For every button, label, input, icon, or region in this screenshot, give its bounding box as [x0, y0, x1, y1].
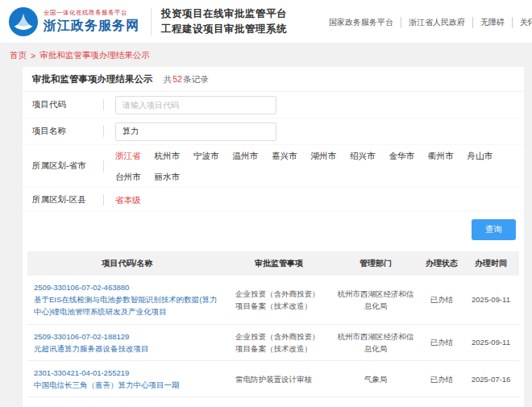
- table-header-row: 项目代码/名称 审批监管事项 管理部门 办理状态 办理时间: [27, 251, 519, 276]
- region-option-zhoushan[interactable]: 舟山市: [468, 145, 493, 166]
- region-option-jiaxing[interactable]: 嘉兴市: [272, 145, 297, 166]
- matter-cell: 企业投资（含外商投资）项目备案（技术改造）: [227, 324, 330, 360]
- site-logo-icon: [8, 6, 39, 37]
- site-logo[interactable]: 全国一体化在线政务服务平台 浙江政务服务网: [8, 6, 139, 37]
- breadcrumb-home[interactable]: 首页: [10, 50, 27, 61]
- header-links: 国家政务服务平台 浙江省人民政府 无障碍 关怀版: [322, 17, 532, 28]
- region-option-zhejiang[interactable]: 浙江省: [115, 145, 141, 166]
- project-name-link[interactable]: 中国电信长三角（嘉善）算力中心项目一期: [34, 379, 221, 391]
- form-row-region-county: 所属区划-区县 省本级: [23, 188, 524, 212]
- platform-title-line1: 投资项目在线审批监管平台: [161, 6, 287, 21]
- results-panel: 审批和监管事项办理结果公示 共52条记录 项目代码 项目名称 所属区划-省市 浙…: [23, 67, 524, 407]
- table-row: 2301-330421-04-01-255219 中国电信长三角（嘉善）算力中心…: [27, 360, 519, 397]
- region-option-quzhou[interactable]: 衢州市: [428, 145, 454, 166]
- region-option-wenzhou[interactable]: 温州市: [233, 145, 259, 166]
- header-divider: [151, 8, 152, 35]
- search-row: 查询: [23, 212, 524, 248]
- matter-cell: 雷电防护装置设计审核: [227, 360, 330, 397]
- breadcrumb-current: 审批和监管事项办理结果公示: [39, 50, 150, 61]
- region-option-jinhua[interactable]: 金华市: [389, 145, 415, 166]
- matter-cell: 建筑工程施工许可（多合一）: [227, 397, 330, 407]
- header-dept: 管理部门: [330, 251, 421, 276]
- count-number: 52: [172, 74, 183, 84]
- breadcrumb-separator: >: [31, 51, 35, 60]
- date-cell: 2025-07-14: [463, 397, 519, 407]
- link-care-mode[interactable]: 关怀版: [512, 17, 532, 28]
- form-row-project-code: 项目代码: [23, 92, 524, 118]
- project-code-link[interactable]: 2509-330106-07-02-188129: [34, 330, 221, 343]
- platform-title-line2: 工程建设项目审批管理系统: [161, 22, 287, 36]
- region-option-ningbo[interactable]: 宁波市: [193, 145, 219, 166]
- panel-title: 审批和监管事项办理结果公示: [32, 74, 153, 84]
- project-code-link[interactable]: 2301-330421-04-01-255219: [34, 367, 221, 379]
- project-name-input[interactable]: [115, 123, 276, 141]
- header-date: 办理时间: [463, 251, 519, 276]
- panel-title-row: 审批和监管事项办理结果公示 共52条记录: [23, 67, 524, 92]
- project-code-label: 项目代码: [23, 99, 103, 110]
- count-suffix: 条记录: [183, 74, 209, 84]
- logo-tagline: 全国一体化在线政务服务平台: [44, 9, 139, 17]
- top-header: 全国一体化在线政务服务平台 浙江政务服务网 投资项目在线审批监管平台 工程建设项…: [0, 0, 532, 44]
- region-city-options: 浙江省 杭州市 宁波市 温州市 嘉兴市 湖州市 绍兴市 金华市 衢州市 舟山市 …: [104, 145, 524, 187]
- dept-cell: 杭州市西湖区经济和信息化局: [330, 276, 421, 324]
- dept-cell: 台州湾新区行政审批与投资服务局: [330, 397, 421, 407]
- region-option-huzhou[interactable]: 湖州市: [311, 145, 337, 166]
- status-cell: 已办结: [421, 324, 463, 360]
- date-cell: 2025-09-11: [463, 276, 519, 324]
- platform-title: 投资项目在线审批监管平台 工程建设项目审批管理系统: [161, 6, 287, 35]
- project-code-input[interactable]: [115, 96, 276, 114]
- date-cell: 2025-07-16: [463, 360, 519, 397]
- table-row: 2509-330106-07-02-188129 元超讯通算力服务器设备技改项目…: [27, 324, 519, 360]
- project-name-link[interactable]: 基于EIS在线检测与电池参数智能识别技术的数据(算力中心)锂电池管理系统研发及产…: [34, 293, 221, 318]
- project-code-link[interactable]: 2509-330106-07-02-463880: [34, 281, 221, 293]
- region-county-options: 省本级: [104, 189, 524, 210]
- region-county-label: 所属区划-区县: [23, 194, 103, 206]
- region-city-label: 所属区划-省市: [23, 160, 103, 172]
- status-cell: 已办结: [421, 360, 463, 397]
- header-code-name: 项目代码/名称: [27, 251, 227, 276]
- status-cell: 已办结: [421, 276, 463, 324]
- dept-cell: 杭州市西湖区经济和信息化局: [330, 324, 421, 360]
- table-row: 2509-330106-07-02-463880 基于EIS在线检测与电池参数智…: [27, 276, 519, 324]
- region-option-provincial[interactable]: 省本级: [115, 189, 141, 210]
- link-national-platform[interactable]: 国家政务服务平台: [322, 17, 401, 28]
- header-status: 办理状态: [421, 251, 463, 276]
- matter-cell: 企业投资（含外商投资）项目备案（技术改造）: [227, 276, 330, 324]
- date-cell: 2025-09-11: [463, 324, 519, 360]
- region-option-hangzhou[interactable]: 杭州市: [155, 145, 181, 166]
- form-row-project-name: 项目名称: [23, 118, 524, 145]
- breadcrumb: 首页 > 审批和监管事项办理结果公示: [0, 44, 532, 67]
- results-table: 项目代码/名称 审批监管事项 管理部门 办理状态 办理时间 2509-33010…: [27, 251, 519, 407]
- link-provincial-gov[interactable]: 浙江省人民政府: [401, 17, 472, 28]
- form-row-region-city: 所属区划-省市 浙江省 杭州市 宁波市 温州市 嘉兴市 湖州市 绍兴市 金华市 …: [23, 145, 524, 188]
- region-option-lishui[interactable]: 丽水市: [155, 166, 181, 187]
- region-option-taizhou[interactable]: 台州市: [115, 166, 141, 187]
- dept-cell: 气象局: [330, 360, 421, 397]
- record-count: 共52条记录: [164, 74, 209, 84]
- project-code-link[interactable]: 2502-331052-04-02-848790: [34, 403, 221, 407]
- status-cell: 已办结: [421, 397, 463, 407]
- count-prefix: 共: [164, 74, 172, 84]
- table-row: 2502-331052-04-02-848790 台州市国星宇天智能科技有限公司…: [27, 397, 519, 407]
- link-accessibility[interactable]: 无障碍: [472, 17, 512, 28]
- project-name-link[interactable]: 元超讯通算力服务器设备技改项目: [34, 343, 221, 355]
- region-option-shaoxing[interactable]: 绍兴市: [350, 145, 376, 166]
- project-name-label: 项目名称: [23, 126, 103, 137]
- search-button[interactable]: 查询: [472, 219, 516, 240]
- site-logo-text: 全国一体化在线政务服务平台 浙江政务服务网: [44, 9, 139, 35]
- header-matter: 审批监管事项: [227, 251, 330, 276]
- site-name: 浙江政务服务网: [44, 18, 139, 35]
